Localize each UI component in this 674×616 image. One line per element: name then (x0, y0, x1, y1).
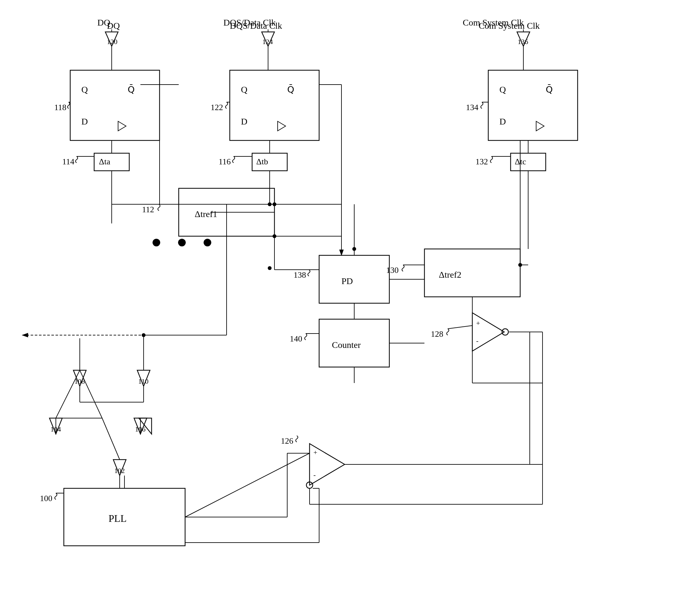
svg-text:Q̄: Q̄ (546, 84, 553, 95)
svg-text:138: 138 (294, 270, 306, 280)
svg-text:Δta: Δta (99, 157, 110, 166)
svg-point-161 (268, 266, 271, 270)
svg-text:136: 136 (518, 38, 528, 45)
svg-text:-: - (476, 337, 478, 345)
label-com-sys-clk: Com System Clk (463, 17, 524, 28)
svg-text:100: 100 (40, 494, 52, 503)
svg-line-114 (185, 453, 310, 517)
svg-text:122: 122 (211, 103, 223, 112)
svg-rect-38 (488, 70, 578, 140)
svg-line-146 (102, 418, 120, 459)
svg-text:116: 116 (219, 157, 231, 166)
svg-text:Δtref2: Δtref2 (439, 270, 461, 280)
svg-text:D: D (241, 116, 247, 126)
svg-text:+: + (476, 319, 480, 327)
svg-text:Q: Q (499, 85, 506, 95)
svg-text:118: 118 (54, 103, 67, 112)
svg-text:132: 132 (475, 157, 488, 166)
svg-text:D: D (499, 116, 506, 126)
svg-text:Counter: Counter (332, 340, 361, 350)
svg-text:PLL: PLL (109, 513, 127, 524)
svg-text:102: 102 (114, 467, 125, 475)
circuit-diagram: Q Q̄ D DQ 120 118 Δta 114 Q Q̄ D DQS/Dat… (0, 0, 674, 616)
svg-text:134: 134 (466, 103, 478, 112)
svg-text:D: D (81, 116, 88, 126)
svg-text:126: 126 (281, 436, 293, 445)
svg-text:114: 114 (62, 157, 74, 166)
svg-line-89 (448, 325, 472, 329)
svg-point-85 (502, 329, 509, 335)
svg-line-145 (80, 370, 102, 418)
svg-text:Δtb: Δtb (256, 157, 268, 166)
svg-point-172 (204, 239, 211, 246)
svg-text:Q: Q (241, 85, 247, 95)
label-dq: DQ (97, 17, 110, 28)
svg-text:128: 128 (431, 329, 443, 339)
svg-rect-3 (70, 70, 159, 140)
svg-point-170 (152, 239, 160, 246)
label-dqs: DQS/Data Clk (223, 17, 276, 28)
svg-text:Q: Q (81, 85, 88, 95)
svg-rect-66 (319, 255, 389, 303)
svg-text:124: 124 (262, 38, 273, 45)
svg-marker-84 (472, 313, 504, 351)
svg-point-171 (178, 239, 186, 246)
svg-text:140: 140 (290, 334, 302, 343)
svg-text:112: 112 (142, 205, 154, 214)
svg-text:120: 120 (107, 38, 117, 45)
svg-rect-20 (230, 70, 319, 140)
svg-text:Q̄: Q̄ (287, 84, 294, 95)
svg-text:Q̄: Q̄ (128, 84, 135, 95)
svg-text:PD: PD (341, 276, 353, 286)
svg-text:+: + (313, 448, 317, 456)
svg-text:Δtref1: Δtref1 (195, 209, 217, 219)
svg-text:-: - (313, 471, 316, 479)
svg-text:110: 110 (138, 377, 148, 385)
svg-text:130: 130 (386, 266, 399, 275)
svg-line-144 (56, 370, 80, 418)
